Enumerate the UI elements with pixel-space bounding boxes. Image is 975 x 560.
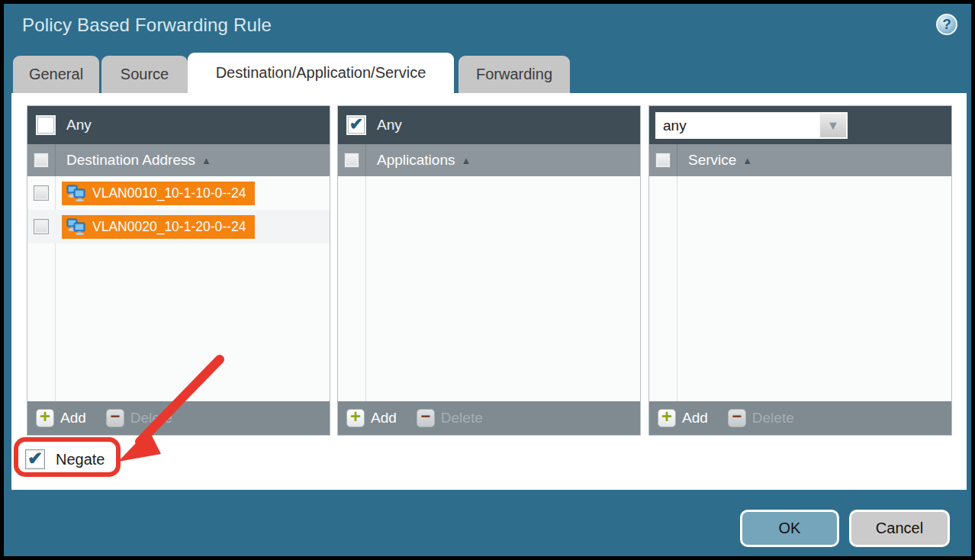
applications-list — [338, 176, 640, 401]
service-header-label: Service — [688, 152, 736, 169]
applications-add-button[interactable]: + Add — [346, 409, 397, 427]
applications-column: ✔ Any Applications ▲ + Add − De — [337, 105, 641, 436]
network-address-icon — [66, 185, 86, 201]
add-plus-icon: + — [346, 409, 365, 427]
destination-address-column: Any Destination Address ▲ — [27, 105, 330, 436]
delete-minus-icon: − — [728, 409, 746, 427]
applications-header-label: Applications — [377, 152, 455, 169]
add-plus-icon: + — [658, 409, 676, 427]
destination-any-bar: Any — [27, 106, 330, 144]
service-list — [649, 176, 951, 401]
destination-column-header[interactable]: Destination Address ▲ — [27, 144, 330, 176]
delete-button-label: Delete — [130, 410, 172, 426]
destination-header-label: Destination Address — [66, 152, 195, 169]
dropdown-arrow-icon[interactable]: ▼ — [819, 114, 846, 137]
applications-footer-bar: + Add − Delete — [338, 401, 640, 435]
add-plus-icon: + — [36, 409, 54, 427]
divider — [55, 144, 56, 176]
delete-minus-icon: − — [106, 409, 124, 427]
delete-button-label: Delete — [752, 410, 794, 426]
address-object-label: VLAN0020_10-1-20-0--24 — [92, 219, 246, 235]
sort-asc-icon[interactable]: ▲ — [742, 155, 752, 166]
tab-source[interactable]: Source — [101, 56, 188, 93]
address-object-vlan0020[interactable]: VLAN0020_10-1-20-0--24 — [62, 215, 255, 239]
help-icon[interactable]: ? — [936, 14, 957, 35]
destination-any-checkbox[interactable] — [36, 115, 56, 135]
address-object-vlan0010[interactable]: VLAN0010_10-1-10-0--24 — [62, 182, 255, 205]
add-button-label: Add — [682, 410, 708, 426]
divider — [677, 176, 677, 401]
cancel-button[interactable]: Cancel — [849, 510, 950, 547]
destination-any-label: Any — [66, 117, 92, 134]
destination-delete-button[interactable]: − Delete — [106, 409, 172, 427]
service-dropdown-value: any — [657, 114, 819, 137]
applications-any-label: Any — [377, 117, 402, 134]
network-address-icon — [66, 218, 86, 235]
row-checkbox[interactable] — [34, 185, 49, 201]
service-dropdown[interactable]: any ▼ — [655, 112, 848, 139]
row-checkbox[interactable] — [34, 219, 49, 234]
service-selectall-checkbox[interactable] — [655, 153, 671, 168]
address-object-label: VLAN0010_10-1-10-0--24 — [92, 185, 246, 201]
applications-column-header[interactable]: Applications ▲ — [338, 144, 640, 176]
destination-add-button[interactable]: + Add — [36, 409, 86, 427]
service-delete-button[interactable]: − Delete — [728, 409, 794, 427]
tab-content-panel: Any Destination Address ▲ — [11, 93, 967, 490]
delete-button-label: Delete — [441, 410, 483, 426]
add-button-label: Add — [371, 410, 397, 426]
negate-control: ✔ Negate — [25, 449, 105, 469]
policy-forwarding-dialog: Policy Based Forwarding Rule ? General S… — [0, 0, 975, 560]
sort-asc-icon[interactable]: ▲ — [201, 155, 211, 166]
table-row: VLAN0020_10-1-20-0--24 — [27, 210, 330, 243]
service-column: any ▼ Service ▲ + Add − Delet — [648, 105, 952, 436]
ok-button[interactable]: OK — [740, 510, 839, 547]
divider — [365, 144, 366, 176]
tab-forwarding[interactable]: Forwarding — [459, 56, 570, 93]
service-column-header[interactable]: Service ▲ — [649, 144, 951, 176]
check-icon: ✔ — [349, 116, 363, 133]
destination-list: VLAN0010_10-1-10-0--24 — [27, 176, 330, 401]
applications-any-checkbox[interactable]: ✔ — [346, 115, 366, 135]
table-row: VLAN0010_10-1-10-0--24 — [27, 176, 330, 210]
delete-minus-icon: − — [417, 409, 435, 427]
service-dropdown-bar: any ▼ — [649, 106, 951, 144]
divider — [677, 144, 677, 176]
applications-delete-button[interactable]: − Delete — [417, 409, 483, 427]
service-footer-bar: + Add − Delete — [649, 401, 951, 435]
tab-general[interactable]: General — [13, 56, 99, 93]
service-add-button[interactable]: + Add — [658, 409, 708, 427]
applications-selectall-checkbox[interactable] — [344, 153, 359, 168]
negate-checkbox[interactable]: ✔ — [25, 449, 45, 469]
destination-footer-bar: + Add − Delete — [27, 401, 330, 435]
sort-asc-icon[interactable]: ▲ — [461, 155, 471, 166]
applications-any-bar: ✔ Any — [338, 106, 640, 144]
tab-destination-application-service[interactable]: Destination/Application/Service — [188, 53, 454, 93]
dialog-title: Policy Based Forwarding Rule — [22, 14, 272, 36]
destination-selectall-checkbox[interactable] — [34, 153, 49, 168]
divider — [365, 176, 366, 401]
negate-label: Negate — [56, 451, 105, 468]
add-button-label: Add — [60, 410, 86, 426]
check-icon: ✔ — [27, 449, 43, 468]
